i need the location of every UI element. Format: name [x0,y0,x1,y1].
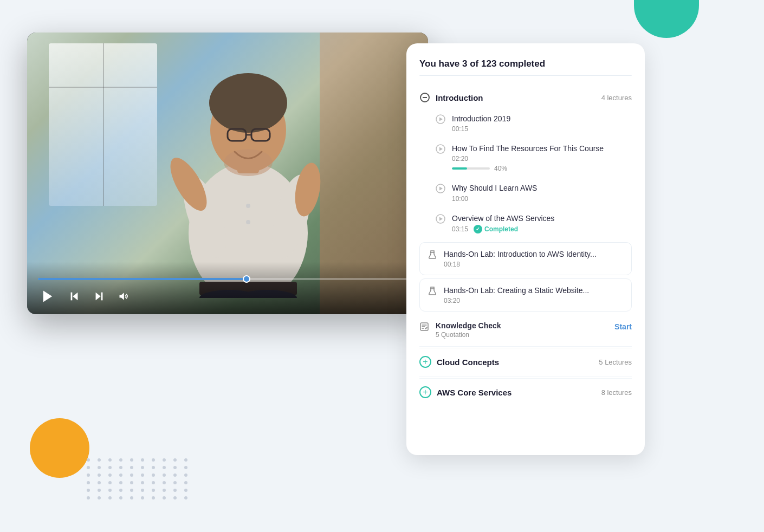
lecture-intro-2019-duration: 00:15 [452,125,468,133]
lecture-intro-2019[interactable]: Introduction 2019 00:15 [419,108,632,138]
volume-icon [118,291,129,302]
section-aws-core[interactable]: + AWS Core Services 8 lectures [419,378,632,406]
aws-core-title: AWS Core Services [437,388,512,397]
play-button[interactable] [38,287,57,306]
progress-divider [419,75,632,76]
section-cloud-concepts[interactable]: + Cloud Concepts 5 Lectures [419,348,632,375]
knowledge-check-info: Knowledge Check 5 Quotation [436,321,608,339]
section-divider-2 [419,377,632,377]
lecture-overview-info: Overview of the AWS Services 03:15 ✓ Com… [452,213,632,233]
svg-rect-19 [71,293,73,301]
cloud-concepts-count: 5 Lectures [599,358,632,366]
lab-flask-icon-1 [428,250,437,259]
svg-marker-22 [120,293,124,300]
svg-marker-18 [73,293,77,301]
section-introduction-count: 4 lectures [601,94,632,102]
knowledge-check-title: Knowledge Check [436,321,608,330]
lecture-resources-info: How To Find The Resources For This Cours… [452,144,632,172]
lecture-resources-play-icon [436,144,445,154]
cloud-expand-icon: + [419,356,431,368]
svg-point-12 [246,204,250,208]
completed-check-icon: ✓ [474,225,482,233]
lab-static[interactable]: Hands-On Lab: Creating a Static Website.… [419,278,632,312]
lab-static-title: Hands-On Lab: Creating a Static Website.… [444,286,589,295]
svg-point-13 [246,220,250,224]
svg-point-7 [224,149,273,176]
lecture-why-aws-duration: 10:00 [452,195,468,203]
lecture-why-aws-title: Why Should I Learn AWS [452,183,632,193]
completed-label: Completed [484,225,518,233]
window-light [49,43,157,206]
video-player [27,33,428,314]
progress-thumb[interactable] [243,275,250,283]
lecture-overview-play-icon [436,214,445,224]
lecture-intro-2019-title: Introduction 2019 [452,114,632,124]
lab-iam-title: Hands-On Lab: Introduction to AWS Identi… [444,249,597,259]
svg-point-3 [209,73,287,133]
lecture-intro-2019-info: Introduction 2019 00:15 [452,114,632,133]
lab-iam[interactable]: Hands-On Lab: Introduction to AWS Identi… [419,242,632,275]
instructor-svg [145,49,351,298]
knowledge-check-subtitle: 5 Quotation [436,331,608,339]
lecture-play-icon [436,114,445,124]
resources-progress-fill [452,167,467,170]
lab-iam-duration: 00:18 [444,261,460,268]
svg-marker-20 [96,293,101,301]
lecture-overview-duration: 03:15 [452,225,468,233]
lab-static-info: Hands-On Lab: Creating a Static Website.… [444,286,589,304]
lecture-why-aws[interactable]: Why Should I Learn AWS 10:00 [419,178,632,207]
lecture-resources[interactable]: How To Find The Resources For This Cours… [419,138,632,178]
section-introduction[interactable]: Introduction 4 lectures [419,85,632,108]
svg-rect-21 [101,293,103,301]
skip-back-icon [68,290,80,302]
completed-badge: ✓ Completed [474,225,518,233]
progress-title: You have 3 of 123 completed [419,59,632,69]
lecture-resources-duration: 02:20 [452,155,468,163]
course-panel: You have 3 of 123 completed Introduction… [406,43,645,455]
lab-iam-info: Hands-On Lab: Introduction to AWS Identi… [444,249,597,268]
lecture-overview-title: Overview of the AWS Services [452,213,632,223]
section-introduction-title: Introduction [436,93,483,102]
play-icon [40,289,55,304]
skip-back-button[interactable] [66,288,82,304]
skip-forward-icon [93,290,105,302]
lab-static-duration: 03:20 [444,297,460,304]
lecture-resources-title: How To Find The Resources For This Cours… [452,144,632,153]
progress-header: You have 3 of 123 completed [419,59,632,76]
cloud-concepts-title: Cloud Concepts [437,358,499,367]
lecture-why-aws-info: Why Should I Learn AWS 10:00 [452,183,632,202]
knowledge-check-row[interactable]: Knowledge Check 5 Quotation Start [419,315,632,345]
lecture-overview-aws[interactable]: Overview of the AWS Services 03:15 ✓ Com… [419,208,632,239]
lab-flask-icon-2 [428,286,437,296]
video-controls [27,262,428,314]
resources-progress-pct: 40% [494,165,507,172]
video-progress-bar[interactable] [38,278,417,280]
lecture-why-aws-play-icon [436,184,445,193]
svg-marker-26 [439,118,443,121]
progress-fill [38,278,247,280]
aws-core-count: 8 lectures [601,388,632,397]
section-collapse-icon [419,92,430,103]
deco-dots-grid [87,458,191,499]
lecture-resources-progress: 40% [452,165,632,172]
volume-button[interactable] [116,289,131,304]
svg-marker-17 [43,291,52,302]
skip-forward-button[interactable] [91,288,107,304]
knowledge-check-start[interactable]: Start [614,322,632,331]
svg-marker-28 [439,147,443,151]
svg-marker-32 [439,217,443,220]
knowledge-check-icon [419,322,429,332]
aws-expand-icon: + [419,386,431,398]
section-divider-1 [419,346,632,347]
svg-marker-30 [439,187,443,191]
